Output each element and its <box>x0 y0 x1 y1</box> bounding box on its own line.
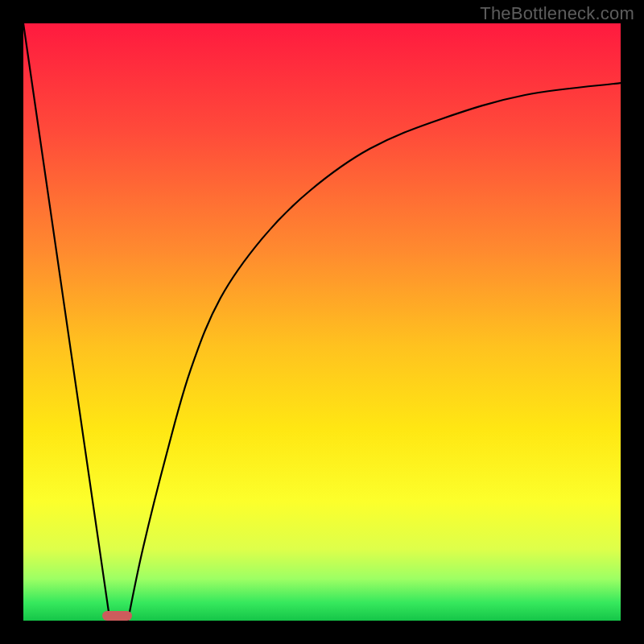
bottleneck-curve <box>23 23 621 621</box>
plot-area <box>23 23 621 621</box>
bottleneck-marker <box>102 611 132 621</box>
chart-wrapper: TheBottleneck.com <box>0 0 644 644</box>
watermark-text: TheBottleneck.com <box>480 3 634 24</box>
curve-path <box>23 23 621 621</box>
